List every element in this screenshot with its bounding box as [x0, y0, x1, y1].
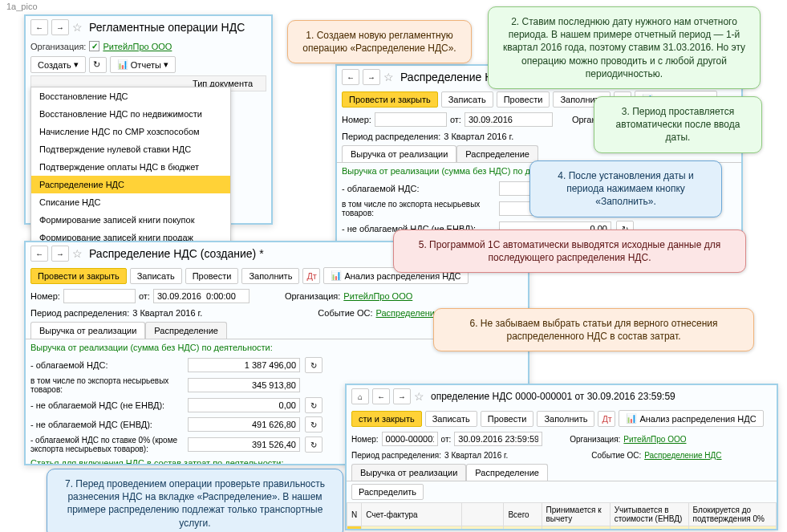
- date-input[interactable]: [464, 112, 553, 127]
- write-button[interactable]: Записать: [130, 268, 182, 284]
- period-label: Период распределения:: [30, 308, 129, 318]
- org-label: Организация:: [30, 42, 86, 51]
- post-and-close-button[interactable]: Провести и закрыть: [30, 268, 127, 284]
- forward-button[interactable]: →: [393, 388, 411, 404]
- menu-item[interactable]: Формирование записей книги покупок: [31, 211, 230, 229]
- number-input[interactable]: [382, 432, 438, 446]
- vat-taxable-label: - облагаемой НДС:: [30, 360, 183, 370]
- tab-distribution[interactable]: Распределение: [466, 464, 548, 481]
- col-n[interactable]: N: [347, 503, 362, 526]
- callout-1: 1. Создаем новую регламентную операцию «…: [287, 20, 472, 63]
- period-value: 3 Квартал 2016 г.: [444, 451, 508, 460]
- col-total[interactable]: Всего: [504, 503, 542, 526]
- forward-button[interactable]: →: [51, 246, 69, 262]
- post-and-close-button[interactable]: Провести и закрыть: [342, 91, 438, 108]
- window-title: определение НДС 0000-000001 от 30.09.201…: [431, 391, 675, 402]
- org-link[interactable]: РитейлПро ООО: [343, 291, 412, 301]
- tab-revenue[interactable]: Выручка от реализации: [30, 322, 145, 339]
- refresh-icon[interactable]: [305, 397, 323, 413]
- menu-item-distribution[interactable]: Распределение НДС: [31, 176, 230, 193]
- table-row[interactable]: 1 Автотрейд сумма без НД... 185 292,37 1…: [347, 526, 777, 531]
- date-input[interactable]: [153, 289, 249, 303]
- write-button[interactable]: Записать: [425, 411, 477, 427]
- post-button[interactable]: Провести: [185, 268, 239, 284]
- export-label: в том числе по экспорта несырьевых товар…: [30, 376, 183, 394]
- window-title: Распределение НДС (создание) *: [89, 247, 264, 260]
- org-link[interactable]: РитейлПро ООО: [103, 42, 172, 51]
- col-block[interactable]: Блокируется до подтверждения 0%: [688, 503, 776, 526]
- export-input[interactable]: [188, 378, 300, 392]
- back-button[interactable]: ←: [342, 69, 359, 85]
- menu-item[interactable]: Восстановление НДС: [31, 87, 230, 105]
- reports-button[interactable]: 📊 Отчеты ▾: [110, 56, 176, 73]
- favorite-icon[interactable]: ☆: [72, 247, 83, 260]
- refresh-icon[interactable]: ↻: [89, 57, 107, 73]
- event-link[interactable]: Распределение НДС: [644, 451, 721, 460]
- write-button[interactable]: Записать: [441, 91, 493, 108]
- tab-distribution[interactable]: Распределение: [145, 322, 227, 339]
- page-label: 1a_pico: [6, 2, 38, 11]
- home-icon[interactable]: ⌂: [351, 388, 369, 404]
- tab-revenue[interactable]: Выручка от реализации: [351, 464, 466, 481]
- movements-icon[interactable]: Дт: [302, 268, 320, 284]
- number-input[interactable]: [375, 112, 447, 127]
- forward-button[interactable]: →: [363, 69, 380, 85]
- col-invoice[interactable]: Счет-фактура: [362, 503, 462, 526]
- refresh-icon[interactable]: [305, 437, 323, 453]
- tab-distribution[interactable]: Распределение: [456, 145, 538, 162]
- callout-7: 7. Перед проведением операции проверьте …: [47, 469, 343, 532]
- favorite-icon[interactable]: ☆: [383, 71, 394, 83]
- distribute-button[interactable]: Распределить: [351, 484, 424, 500]
- col-deduct[interactable]: Принимается к вычету: [542, 503, 610, 526]
- date-input[interactable]: [454, 432, 542, 446]
- menu-item[interactable]: Подтверждение оплаты НДС в бюджет: [31, 158, 230, 176]
- back-button[interactable]: ←: [30, 246, 48, 262]
- post-and-close-button[interactable]: сти и закрыть: [351, 411, 422, 427]
- window-distribution-posted: ⌂ ← → ☆ определение НДС 0000-000001 от 3…: [345, 384, 778, 530]
- event-label: Событие ОС:: [318, 308, 372, 318]
- number-input[interactable]: [63, 289, 136, 303]
- org-checkbox[interactable]: ✓: [89, 41, 99, 51]
- menu-item[interactable]: Списание НДС: [31, 193, 230, 211]
- col-envd[interactable]: Учитывается в стоимости (ЕНВД): [610, 503, 688, 526]
- zero-rate-input[interactable]: [188, 437, 300, 452]
- org-label: Организация:: [285, 291, 340, 301]
- fill-button[interactable]: Заполнить: [537, 411, 594, 427]
- date-label: от:: [450, 115, 461, 124]
- movements-icon[interactable]: Дт: [598, 411, 615, 427]
- menu-item[interactable]: Подтверждение нулевой ставки НДС: [31, 140, 230, 158]
- event-label: Событие ОС:: [591, 451, 641, 460]
- col-note[interactable]: [461, 503, 504, 526]
- envd-input[interactable]: [188, 417, 300, 432]
- period-label: Период распределения:: [351, 451, 441, 460]
- date-label: от:: [441, 435, 452, 444]
- nonvat-input[interactable]: [188, 398, 300, 412]
- post-button[interactable]: Провести: [497, 91, 550, 108]
- menu-item[interactable]: Начисление НДС по СМР хозспособом: [31, 123, 230, 140]
- fill-button[interactable]: Заполнить: [241, 268, 299, 284]
- number-label: Номер:: [342, 115, 371, 124]
- callout-5: 5. Программой 1С автоматически выводятся…: [393, 229, 746, 273]
- tab-revenue[interactable]: Выручка от реализации: [342, 145, 456, 162]
- callout-6: 6. Не забываем выбрать статьи для верног…: [433, 308, 754, 351]
- date-label: от:: [139, 291, 150, 301]
- analysis-button[interactable]: 📊 Анализ распределения НДС: [619, 410, 763, 427]
- forward-button[interactable]: →: [51, 19, 69, 35]
- export-label: в том числе по экспорта несырьевых товар…: [342, 200, 494, 217]
- favorite-icon[interactable]: ☆: [72, 21, 83, 34]
- post-button[interactable]: Провести: [481, 411, 534, 427]
- window-vat-operations: ← → ☆ Регламентные операции НДС Организа…: [24, 14, 273, 225]
- favorite-icon[interactable]: ☆: [414, 390, 424, 403]
- create-button[interactable]: Создать ▾: [30, 56, 86, 73]
- window-title: Регламентные операции НДС: [89, 21, 245, 34]
- refresh-icon[interactable]: [305, 416, 323, 433]
- window-distribution-create-small: ← → ☆ Распределение НДС (создание) * Про…: [335, 64, 743, 247]
- callout-3: 3. Период проставляется автоматически по…: [594, 96, 762, 153]
- period-value: 3 Квартал 2016 г.: [444, 132, 513, 141]
- org-link[interactable]: РитейлПро ООО: [623, 435, 686, 444]
- back-button[interactable]: ←: [372, 388, 390, 404]
- menu-item[interactable]: Восстановление НДС по недвижимости: [31, 105, 230, 123]
- refresh-icon[interactable]: [305, 357, 323, 373]
- back-button[interactable]: ←: [30, 19, 48, 35]
- vat-taxable-input[interactable]: [188, 358, 300, 372]
